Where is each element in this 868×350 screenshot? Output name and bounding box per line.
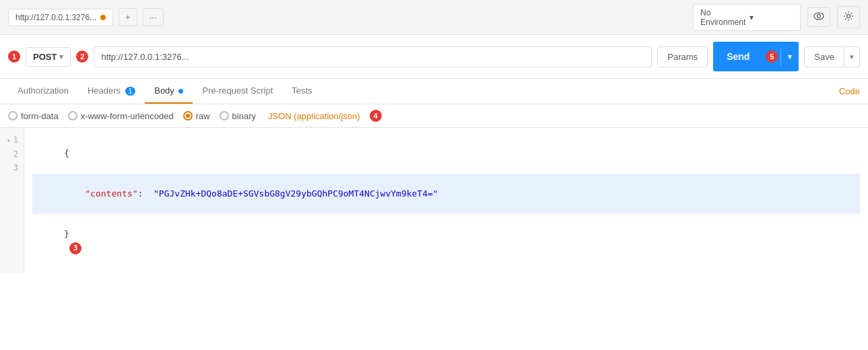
tab-body[interactable]: Body [145, 79, 193, 104]
method-select[interactable]: POST ▾ [26, 47, 71, 67]
form-data-radio[interactable] [8, 111, 18, 120]
tab-tests[interactable]: Tests [282, 79, 321, 104]
line-numbers: ▾1 2 3 [0, 128, 24, 273]
url-input[interactable] [94, 46, 652, 67]
tab-authorization-label: Authorization [18, 85, 69, 96]
environment-select[interactable]: No Environment ▾ [693, 4, 801, 31]
raw-radio[interactable] [183, 111, 193, 120]
save-button-group: Save ▾ [804, 46, 860, 67]
body-dot-icon [178, 89, 183, 94]
line-arrow-1[interactable]: ▾ [7, 137, 11, 144]
tab-headers-label: Headers [88, 85, 121, 96]
send-button-group: Send 5 ▾ [713, 42, 799, 71]
binary-radio[interactable] [220, 111, 229, 120]
svg-point-0 [814, 13, 824, 20]
raw-label: raw [196, 111, 210, 121]
json-type-label: JSON (application/json) [268, 111, 360, 121]
badge-1: 1 [8, 50, 20, 63]
binary-option[interactable]: binary [220, 111, 256, 121]
svg-point-1 [817, 15, 821, 18]
tab-headers[interactable]: Headers 1 [78, 79, 145, 104]
code-link[interactable]: Code [839, 79, 860, 103]
tab-dot-icon [100, 15, 106, 20]
chevron-down-icon: ▾ [59, 53, 63, 61]
send-label: Send [713, 46, 763, 67]
raw-option[interactable]: raw [183, 111, 210, 121]
form-data-option[interactable]: form-data [8, 111, 59, 121]
top-bar-right: No Environment ▾ [693, 4, 860, 31]
json-value-contents: "PGJvZHk+DQo8aDE+SGVsbG8gV29ybGQhPC9oMT4… [154, 188, 438, 199]
add-tab-button[interactable]: + [119, 8, 137, 26]
tab-pre-request-script[interactable]: Pre-request Script [193, 79, 282, 104]
env-label: No Environment [700, 8, 745, 27]
request-bar: 1 POST ▾ 2 Params Send 5 ▾ Save ▾ [0, 35, 868, 79]
svg-point-2 [847, 15, 850, 18]
code-line-3: } 3 [32, 214, 860, 268]
headers-count-badge: 1 [125, 87, 136, 96]
save-button[interactable]: Save [805, 47, 844, 67]
closing-brace: } [64, 229, 69, 239]
badge-4: 4 [370, 110, 382, 122]
code-editor: ▾1 2 3 { "contents": "PGJvZHk+DQo8aDE+SG… [0, 128, 868, 273]
more-options-button[interactable]: ··· [143, 8, 164, 26]
code-line-1: { [32, 133, 860, 174]
binary-label: binary [232, 111, 256, 121]
body-options-row: form-data x-www-form-urlencoded raw bina… [0, 104, 868, 128]
settings-button[interactable] [837, 6, 860, 28]
eye-button[interactable] [807, 7, 830, 27]
chevron-down-icon: ▾ [749, 13, 793, 22]
top-bar-left: http://127.0.0.1:3276... + ··· [8, 8, 164, 26]
form-data-label: form-data [21, 111, 59, 121]
url-encoded-option[interactable]: x-www-form-urlencoded [68, 111, 174, 121]
send-button[interactable]: Send 5 ▾ [713, 42, 799, 71]
top-bar: http://127.0.0.1:3276... + ··· No Enviro… [0, 0, 868, 35]
url-encoded-radio[interactable] [68, 111, 77, 120]
tab-body-label: Body [154, 85, 174, 96]
line-number-2: 2 [0, 147, 24, 161]
tab-tests-label: Tests [292, 85, 312, 96]
tab-authorization[interactable]: Authorization [8, 79, 78, 104]
save-dropdown-button[interactable]: ▾ [844, 48, 859, 66]
line-number-3: 3 [0, 161, 24, 174]
send-dropdown-arrow[interactable]: ▾ [780, 48, 799, 66]
badge-5: 5 [766, 50, 778, 63]
badge-2: 2 [76, 50, 88, 63]
line-number-1: ▾1 [0, 133, 24, 147]
method-label: POST [33, 52, 57, 62]
code-line-2: "contents": "PGJvZHk+DQo8aDE+SGVsbG8gV29… [32, 174, 860, 214]
tab-label: http://127.0.0.1:3276... [15, 13, 96, 22]
json-key-contents: "contents" [64, 188, 138, 199]
tabs-row: Authorization Headers 1 Body Pre-request… [0, 79, 868, 104]
code-content[interactable]: { "contents": "PGJvZHk+DQo8aDE+SGVsbG8gV… [24, 128, 868, 273]
opening-brace: { [64, 148, 69, 158]
tab-pre-request-label: Pre-request Script [202, 85, 273, 96]
params-button[interactable]: Params [657, 46, 708, 67]
url-encoded-label: x-www-form-urlencoded [81, 111, 174, 121]
request-tab[interactable]: http://127.0.0.1:3276... [8, 9, 113, 26]
badge-3: 3 [69, 242, 81, 254]
